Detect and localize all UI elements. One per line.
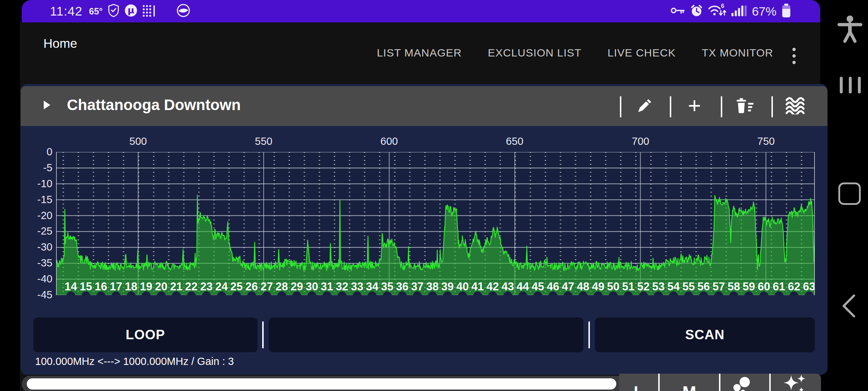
accessibility-icon xyxy=(836,38,864,45)
svg-text:54: 54 xyxy=(667,280,680,293)
button-divider xyxy=(262,321,264,348)
svg-text:42: 42 xyxy=(486,280,499,293)
svg-text:16: 16 xyxy=(95,280,107,293)
svg-text:45: 45 xyxy=(532,280,544,293)
page-title: Home xyxy=(43,36,77,51)
header-divider xyxy=(620,96,621,117)
back-button[interactable] xyxy=(840,294,857,319)
svg-text:26: 26 xyxy=(245,280,258,293)
svg-text:62: 62 xyxy=(788,280,800,293)
status-bar-left: 11:42 65° µ xyxy=(50,0,190,22)
svg-text:50: 50 xyxy=(607,280,619,293)
svg-text:17: 17 xyxy=(110,280,122,293)
svg-text:46: 46 xyxy=(547,280,559,293)
db-tick-label: -45 xyxy=(21,289,52,301)
db-tick-label: -5 xyxy=(21,162,52,174)
status-bar: 11:42 65° µ xyxy=(22,0,820,22)
svg-text:40: 40 xyxy=(456,280,469,293)
svg-text:47: 47 xyxy=(562,280,574,293)
svg-text:37: 37 xyxy=(411,280,424,293)
svg-text:21: 21 xyxy=(170,280,182,293)
add-button[interactable]: + xyxy=(684,93,705,120)
svg-text:µ: µ xyxy=(128,5,135,16)
accessibility-button[interactable] xyxy=(836,14,864,45)
bottom-button-m-label: M xyxy=(660,382,719,391)
bottom-button-m[interactable]: M xyxy=(660,374,719,391)
svg-text:57: 57 xyxy=(712,280,725,293)
trash-list-icon xyxy=(735,98,754,115)
scan-list-title: Chattanooga Downtown xyxy=(67,96,241,114)
svg-text:33: 33 xyxy=(351,280,363,293)
bottom-bar-divider xyxy=(658,374,660,391)
delete-list-button[interactable] xyxy=(734,93,756,120)
assistant-button[interactable] xyxy=(720,374,769,391)
scan-list-header[interactable]: Chattanooga Downtown + xyxy=(21,86,827,126)
svg-text:52: 52 xyxy=(637,280,650,293)
svg-text:34: 34 xyxy=(366,280,379,293)
svg-text:36: 36 xyxy=(396,280,408,293)
spectrum-chart[interactable]: 1415161718192021222324252627282930313233… xyxy=(56,152,815,295)
home-button[interactable] xyxy=(838,182,861,205)
sparkle-icon xyxy=(782,374,807,391)
frequency-tick-label: 500 xyxy=(116,135,160,147)
svg-text:25: 25 xyxy=(230,280,243,293)
battery-percent-text: 67% xyxy=(752,4,776,18)
svg-text:61: 61 xyxy=(773,280,785,293)
status-bar-right: 6 67% xyxy=(670,0,791,22)
menu-item-list-manager[interactable]: LIST MANAGER xyxy=(377,47,462,59)
header-divider xyxy=(670,96,671,117)
frequency-range-status: 100.000MHz <---> 1000.000MHz / Gain : 3 xyxy=(35,356,234,367)
chart-scrollbar-thumb[interactable] xyxy=(27,378,616,390)
header-divider xyxy=(721,96,722,117)
recents-icon xyxy=(840,77,861,93)
svg-text:20: 20 xyxy=(155,280,167,293)
bottom-button-l[interactable]: L xyxy=(619,374,658,391)
loop-button[interactable]: LOOP xyxy=(33,318,258,352)
svg-text:43: 43 xyxy=(502,280,514,293)
assistant-dots-icon xyxy=(731,377,753,391)
waves-icon xyxy=(785,97,806,116)
db-tick-label: -35 xyxy=(21,257,52,269)
svg-text:22: 22 xyxy=(185,280,197,293)
db-tick-label: 0 xyxy=(21,146,52,158)
temperature-text: 65° xyxy=(89,6,103,17)
alarm-icon xyxy=(690,4,703,18)
svg-text:35: 35 xyxy=(381,280,393,293)
svg-text:32: 32 xyxy=(336,280,348,293)
menu-item-tx-monitor[interactable]: TX MONITOR xyxy=(702,47,773,59)
svg-text:14: 14 xyxy=(65,280,77,293)
svg-text:58: 58 xyxy=(728,280,740,293)
waterfall-waves-icon-button[interactable] xyxy=(784,93,806,120)
frequency-tick-label: 650 xyxy=(493,135,536,147)
svg-text:30: 30 xyxy=(306,280,318,293)
svg-text:44: 44 xyxy=(516,280,529,293)
db-tick-label: -30 xyxy=(21,241,52,253)
toolbar-menu: LIST MANAGER EXCLUSION LIST LIVE CHECK T… xyxy=(377,22,773,83)
recents-button[interactable] xyxy=(840,77,861,93)
sparkle-button[interactable] xyxy=(771,374,821,391)
vpn-key-icon xyxy=(670,5,685,17)
menu-item-exclusion-list[interactable]: EXCLUSION LIST xyxy=(488,47,582,59)
frequency-tick-label: 700 xyxy=(619,135,662,147)
svg-text:39: 39 xyxy=(441,280,454,293)
svg-text:59: 59 xyxy=(743,280,755,293)
middle-button[interactable] xyxy=(269,318,583,352)
back-chevron-icon xyxy=(840,313,857,319)
db-tick-label: -15 xyxy=(21,194,52,206)
scan-card: Chattanooga Downtown + xyxy=(21,84,827,375)
svg-text:28: 28 xyxy=(276,280,288,293)
svg-text:27: 27 xyxy=(260,280,273,293)
svg-text:6: 6 xyxy=(721,3,724,9)
db-tick-label: -10 xyxy=(21,178,52,190)
edit-button[interactable] xyxy=(633,93,655,120)
db-tick-label: -40 xyxy=(21,273,52,285)
overflow-menu-icon[interactable] xyxy=(790,45,799,67)
svg-text:15: 15 xyxy=(80,280,92,293)
scan-button[interactable]: SCAN xyxy=(595,318,815,352)
svg-text:53: 53 xyxy=(652,280,664,293)
menu-item-live-check[interactable]: LIVE CHECK xyxy=(608,47,676,59)
bottom-bar-divider xyxy=(769,374,771,391)
expander-arrow-icon[interactable] xyxy=(44,101,50,109)
svg-text:60: 60 xyxy=(758,280,770,293)
button-divider xyxy=(588,321,590,348)
